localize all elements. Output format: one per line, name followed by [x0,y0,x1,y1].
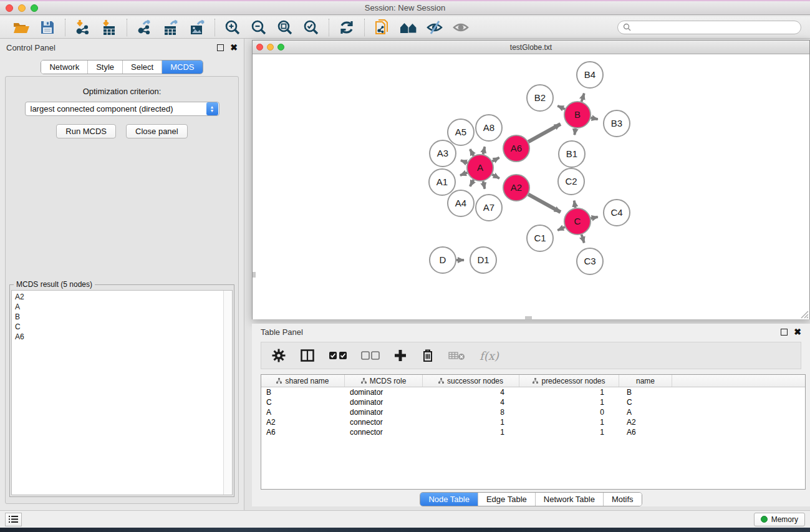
graph-edge-B-B3[interactable] [591,118,597,120]
table-cell[interactable]: C [261,397,345,407]
table-cell[interactable]: 1 [519,387,619,397]
clone-network-icon[interactable] [371,18,393,37]
table-options-gear-icon[interactable] [271,348,286,363]
tab-motifs[interactable]: Motifs [604,493,642,506]
open-folder-icon[interactable] [10,18,32,37]
graph-edge-A-A8[interactable] [483,147,485,154]
graph-edge-C-C1[interactable] [557,227,565,230]
table-cell[interactable]: connector [345,417,423,427]
tab-network-table[interactable]: Network Table [536,493,604,506]
graph-edge-A-A1[interactable] [460,173,467,175]
search-input[interactable] [634,23,796,32]
table-row[interactable]: A2connector11A2 [261,417,805,427]
graph-edge-A-A5[interactable] [470,149,474,155]
select-all-columns-icon[interactable] [329,351,347,360]
table-cell[interactable]: A [261,407,345,417]
table-cell[interactable]: B [261,387,345,397]
graph-edge-A-A2[interactable] [492,175,499,178]
show-column-icon[interactable] [300,348,315,363]
close-table-panel-icon[interactable]: ✖ [794,329,801,336]
hide-selected-icon[interactable] [423,18,446,37]
save-session-icon[interactable] [36,18,59,37]
table-cell[interactable]: 1 [423,427,519,437]
function-builder-icon[interactable]: f(x) [480,349,499,362]
close-panel-button[interactable]: Close panel [126,124,188,138]
table-row[interactable]: Adominator80A [261,407,805,417]
column-header-predecessor-nodes[interactable]: predecessor nodes [519,375,619,387]
export-network-icon[interactable] [133,18,156,37]
table-row[interactable]: Bdominator41B [261,387,805,397]
tab-node-table[interactable]: Node Table [420,493,478,506]
mcds-result-item[interactable]: A6 [12,332,223,342]
deselect-all-columns-icon[interactable] [361,351,380,360]
table-cell[interactable]: dominator [345,397,423,407]
table-cell[interactable]: 4 [423,387,519,397]
table-cell[interactable]: 1 [519,417,619,427]
graph-edge-A-A4[interactable] [470,180,474,186]
show-all-icon[interactable] [450,18,472,37]
mcds-result-item[interactable]: C [12,322,223,332]
tab-select[interactable]: Select [123,60,162,74]
table-row[interactable]: A6connector11A6 [261,427,805,437]
network-canvas[interactable]: A5A8A3A1A4A7AA6A2B2B4BB3B1C2C4CC1C3DD1 [253,54,809,319]
result-scrollbar[interactable] [223,291,232,495]
resize-grip-icon[interactable] [801,311,809,319]
table-cell[interactable]: dominator [345,407,423,417]
table-cell[interactable]: A [619,407,672,417]
table-cell[interactable]: 1 [423,417,519,427]
export-image-icon[interactable] [186,18,208,37]
table-cell[interactable]: A2 [619,417,672,427]
mcds-result-item[interactable]: B [12,312,223,322]
column-header-MCDS-role[interactable]: MCDS role [345,375,423,387]
graph-edge-B-B2[interactable] [557,106,565,109]
create-column-icon[interactable] [393,349,407,362]
task-history-button[interactable] [5,513,22,526]
table-cell[interactable]: A2 [261,417,345,427]
table-cell[interactable]: A6 [261,427,345,437]
close-panel-icon[interactable]: ✖ [230,44,238,51]
import-table-icon[interactable] [98,18,120,37]
graph-edge-A2-C[interactable] [528,195,561,212]
table-cell[interactable]: 8 [423,407,519,417]
graph-edge-C-C4[interactable] [591,217,597,219]
first-neighbors-icon[interactable] [397,18,420,37]
graph-edge-C-C3[interactable] [582,235,584,243]
column-header-successor-nodes[interactable]: successor nodes [423,375,519,387]
zoom-selected-icon[interactable] [300,18,322,37]
zoom-in-icon[interactable] [221,18,244,37]
tab-network[interactable]: Network [41,60,88,74]
column-header-shared-name[interactable]: shared name [261,375,345,387]
search-field[interactable] [617,21,801,34]
table-cell[interactable]: 4 [423,397,519,407]
table-cell[interactable]: connector [345,427,423,437]
graph-edge-A-A7[interactable] [483,181,485,188]
tab-mcds[interactable]: MCDS [162,60,202,74]
table-cell[interactable]: 0 [519,407,619,417]
graph-edge-C-C2[interactable] [574,201,576,208]
delete-columns-icon[interactable] [421,348,435,363]
table-row[interactable]: Cdominator41C [261,397,805,407]
graph-edge-A-A3[interactable] [461,160,468,163]
graph-edge-A6-B[interactable] [528,124,561,142]
table-cell[interactable]: 1 [519,427,619,437]
run-mcds-button[interactable]: Run MCDS [56,124,116,138]
criterion-select[interactable]: largest connected component (directed) ▲… [25,102,219,116]
column-header-name[interactable]: name [619,375,672,387]
table-cell[interactable]: 1 [519,397,619,407]
import-network-icon[interactable] [72,18,94,37]
graph-edge-B-B4[interactable] [582,94,584,102]
zoom-out-icon[interactable] [248,18,270,37]
zoom-fit-icon[interactable] [274,18,296,37]
memory-button[interactable]: Memory [754,513,805,526]
delete-table-icon[interactable] [448,350,466,361]
mcds-result-list[interactable]: A2ABCA6 [12,291,223,495]
mcds-result-item[interactable]: A [12,302,223,312]
mcds-result-item[interactable]: A2 [12,292,223,302]
float-panel-icon[interactable] [217,44,224,51]
graph-edge-B-B1[interactable] [574,128,576,135]
float-table-panel-icon[interactable] [781,329,788,336]
refresh-layout-icon[interactable] [335,18,358,37]
table-cell[interactable]: dominator [345,387,423,397]
tab-edge-table[interactable]: Edge Table [478,493,536,506]
table-cell[interactable]: C [619,397,672,407]
